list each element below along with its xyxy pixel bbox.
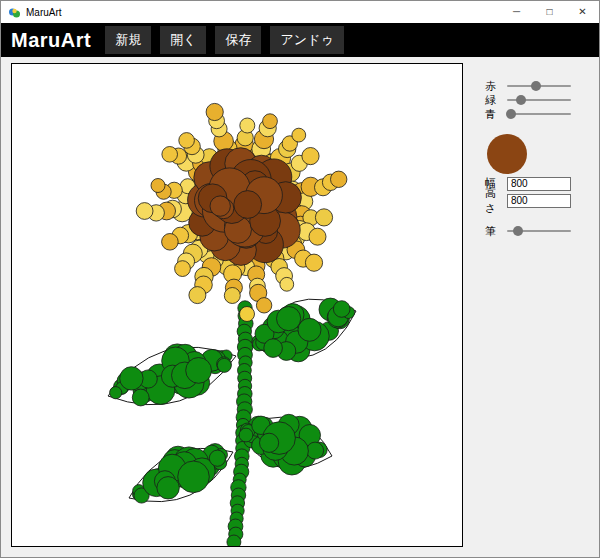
maximize-button[interactable]: □ — [533, 1, 566, 23]
toolbar: MaruArt 新規 開く 保存 アンドゥ — [1, 23, 599, 57]
close-button[interactable]: ✕ — [566, 1, 599, 23]
height-field-row: 高さ — [485, 193, 591, 208]
app-window: MaruArt ─ □ ✕ MaruArt 新規 開く 保存 アンドゥ 赤 — [0, 0, 600, 558]
height-field-label: 高さ — [485, 186, 507, 216]
green-slider-label: 緑 — [485, 93, 507, 108]
height-input[interactable] — [507, 194, 571, 208]
titlebar: MaruArt ─ □ ✕ — [1, 1, 599, 23]
brush-slider-thumb[interactable] — [513, 226, 523, 236]
sunflower-drawing — [12, 64, 462, 546]
window-controls: ─ □ ✕ — [500, 1, 599, 23]
app-brand: MaruArt — [11, 29, 91, 52]
open-button[interactable]: 開く — [160, 26, 206, 54]
red-slider-label: 赤 — [485, 79, 507, 94]
minimize-button[interactable]: ─ — [500, 1, 533, 23]
blue-slider-thumb[interactable] — [506, 109, 516, 119]
brush-slider[interactable] — [507, 225, 571, 237]
save-button[interactable]: 保存 — [215, 26, 261, 54]
blue-slider[interactable] — [507, 108, 571, 120]
control-panel: 赤 緑 青 — [485, 79, 591, 238]
width-input[interactable] — [507, 177, 571, 191]
green-slider-row: 緑 — [485, 93, 591, 107]
drawing-canvas[interactable] — [11, 63, 463, 547]
green-slider-thumb[interactable] — [516, 95, 526, 105]
blue-slider-track — [507, 113, 571, 115]
red-slider-thumb[interactable] — [531, 81, 541, 91]
color-preview — [487, 134, 527, 174]
brush-slider-row: 筆 — [485, 224, 591, 238]
window-title: MaruArt — [26, 7, 500, 18]
red-slider-row: 赤 — [485, 79, 591, 93]
main-content: 赤 緑 青 — [1, 57, 599, 558]
blue-slider-row: 青 — [485, 107, 591, 121]
app-icon — [8, 6, 21, 19]
green-slider[interactable] — [507, 94, 571, 106]
new-button[interactable]: 新規 — [105, 26, 151, 54]
brush-slider-label: 筆 — [485, 224, 507, 239]
undo-button[interactable]: アンドゥ — [270, 26, 343, 54]
red-slider[interactable] — [507, 80, 571, 92]
blue-slider-label: 青 — [485, 107, 507, 122]
